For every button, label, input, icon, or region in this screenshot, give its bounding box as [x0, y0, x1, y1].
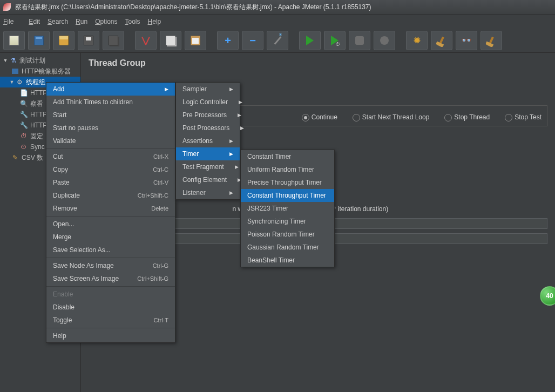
menu-item[interactable]: Disable: [46, 301, 175, 314]
options-gear-button[interactable]: ✹: [406, 31, 428, 50]
sync-icon: ⏲: [19, 143, 28, 151]
radio-start-next[interactable]: Start Next Thread Loop: [353, 113, 430, 121]
menu-item[interactable]: Logic Controller▶: [176, 96, 240, 109]
toggle-button[interactable]: [267, 31, 288, 50]
save-all-button[interactable]: [103, 31, 124, 50]
wrench-icon: 🔧: [19, 121, 28, 129]
save-icon: [84, 36, 93, 45]
search-button[interactable]: 👓: [456, 31, 477, 50]
menu-item[interactable]: Uniform Random Timer: [241, 163, 334, 176]
context-menu[interactable]: Add▶Add Think Times to childrenStartStar…: [46, 82, 175, 343]
tree-root[interactable]: ▼⚗测试计划: [0, 55, 80, 66]
menu-help[interactable]: Help: [148, 18, 161, 25]
menu-item[interactable]: Validate: [46, 134, 175, 147]
menu-item[interactable]: Assertions▶: [176, 134, 240, 147]
server-icon: [11, 67, 19, 75]
radio-continue[interactable]: Continue: [302, 113, 337, 121]
menu-item[interactable]: Config Element▶: [176, 173, 240, 186]
document-icon: [9, 36, 19, 45]
panel-title: Thread Group: [89, 58, 547, 68]
menu-search[interactable]: Search: [48, 18, 68, 25]
gear-icon: ⚙: [15, 78, 24, 86]
save-button[interactable]: [78, 31, 99, 50]
menu-item[interactable]: Save Selection As...: [46, 244, 175, 256]
clear-button[interactable]: [431, 31, 452, 50]
scissors-icon: [141, 36, 151, 45]
gear-icon: ✹: [413, 35, 421, 46]
menu-item[interactable]: Merge: [46, 231, 175, 244]
menu-item[interactable]: JSR223 Timer: [241, 202, 334, 215]
open-button[interactable]: [53, 31, 75, 50]
menu-tools[interactable]: Tools: [125, 18, 140, 25]
clock-icon: ⏱: [19, 132, 28, 140]
cut-button[interactable]: [135, 31, 157, 50]
new-button[interactable]: [3, 31, 25, 50]
menu-item[interactable]: Help: [46, 329, 175, 342]
shutdown-button[interactable]: [374, 31, 395, 50]
stop-icon: [355, 36, 364, 45]
menu-item[interactable]: Post Processors▶: [176, 121, 240, 134]
wand-icon: [274, 36, 281, 45]
menu-item[interactable]: Gaussian Random Timer: [241, 241, 334, 254]
menu-options[interactable]: Options: [95, 18, 117, 25]
clipboard-icon: [191, 36, 200, 45]
copy-button[interactable]: [160, 31, 181, 50]
listener-icon: 🔍: [19, 100, 28, 107]
status-badge: 40: [540, 286, 555, 306]
flask-icon: ⚗: [9, 57, 17, 64]
minus-icon: −: [249, 35, 256, 46]
menu-item[interactable]: RemoveDelete: [46, 202, 175, 215]
menu-item[interactable]: PasteCtrl-V: [46, 176, 175, 189]
start-button[interactable]: [299, 31, 321, 50]
paste-button[interactable]: [185, 31, 206, 50]
menu-item[interactable]: Save Screen As ImageCtrl+Shift-G: [46, 272, 175, 285]
menu-item[interactable]: Synchronizing Timer: [241, 215, 334, 228]
menu-item[interactable]: Constant Timer: [241, 150, 334, 163]
menu-edit[interactable]: Edit: [29, 18, 40, 25]
folder-open-icon: [59, 36, 69, 45]
menu-item[interactable]: Add Think Times to children: [46, 96, 175, 109]
menu-item[interactable]: Listener▶: [176, 186, 240, 199]
save-all-icon: [109, 36, 118, 45]
expand-button[interactable]: +: [217, 31, 239, 50]
menu-item[interactable]: Sampler▶: [176, 83, 240, 96]
menu-item[interactable]: Test Fragment▶: [176, 160, 240, 173]
menu-item[interactable]: Save Node As ImageCtrl-G: [46, 259, 175, 272]
menu-item[interactable]: Constant Throughput Timer: [241, 189, 334, 202]
menu-item[interactable]: ToggleCtrl-T: [46, 314, 175, 327]
collapse-button[interactable]: −: [242, 31, 263, 50]
radio-stop-test[interactable]: Stop Test: [505, 113, 542, 121]
menu-item[interactable]: Precise Throughput Timer: [241, 176, 334, 189]
startup-delay-input[interactable]: [166, 233, 547, 244]
plus-icon: +: [225, 35, 231, 46]
copy-icon: [166, 36, 175, 45]
sampler-icon: 📄: [19, 89, 28, 97]
wrench-icon: 🔧: [19, 111, 28, 118]
duration-input[interactable]: [152, 218, 547, 229]
shutdown-icon: [380, 36, 389, 45]
templates-button[interactable]: [28, 31, 50, 50]
menu-item[interactable]: Timer▶: [176, 147, 240, 160]
menu-item[interactable]: Start: [46, 109, 175, 121]
menu-item[interactable]: BeanShell Timer: [241, 254, 334, 267]
clear-all-button[interactable]: [480, 31, 502, 50]
menu-item[interactable]: Start no pauses: [46, 121, 175, 134]
menu-item[interactable]: Enable: [46, 288, 175, 301]
menu-item[interactable]: CopyCtrl-C: [46, 163, 175, 176]
menu-item[interactable]: DuplicateCtrl+Shift-C: [46, 189, 175, 202]
tree-item[interactable]: HTTP镜像服务器: [0, 66, 80, 77]
menu-item[interactable]: Poisson Random Timer: [241, 228, 334, 241]
menu-item[interactable]: Pre Processors▶: [176, 109, 240, 121]
menu-item[interactable]: CutCtrl-X: [46, 150, 175, 163]
start-no-pauses-button[interactable]: [324, 31, 346, 50]
play-timer-icon: [331, 36, 339, 45]
menu-run[interactable]: Run: [76, 18, 87, 25]
menu-file[interactable]: File: [3, 18, 21, 25]
radio-stop-thread[interactable]: Stop Thread: [444, 113, 490, 121]
menu-item[interactable]: Add▶: [46, 83, 175, 96]
timer-submenu[interactable]: Constant TimerUniform Random TimerPrecis…: [240, 150, 335, 267]
template-icon: [34, 36, 44, 45]
add-submenu[interactable]: Sampler▶Logic Controller▶Pre Processors▶…: [175, 82, 240, 200]
menu-item[interactable]: Open...: [46, 218, 175, 231]
stop-button[interactable]: [349, 31, 370, 50]
